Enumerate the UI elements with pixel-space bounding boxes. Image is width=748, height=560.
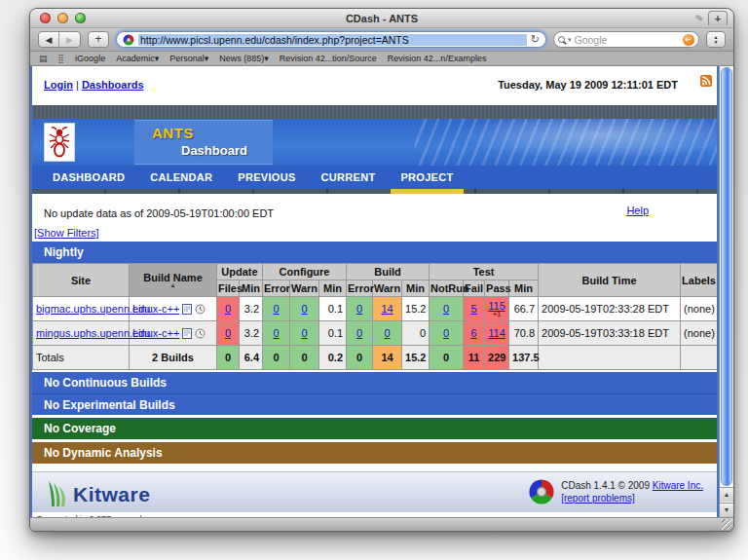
back-button[interactable]: ◀ bbox=[39, 32, 59, 47]
build-error-link[interactable]: 0 bbox=[356, 327, 362, 339]
bookmark-item[interactable]: Revision 42...n/Examples bbox=[388, 54, 487, 63]
kitware-logo[interactable]: Kitware bbox=[48, 479, 150, 506]
build-warn-link[interactable]: 14 bbox=[381, 303, 393, 315]
reload-icon[interactable]: ↻ bbox=[531, 33, 540, 46]
build-note-icon[interactable] bbox=[182, 304, 192, 315]
nightly-builds-table: Site Build Name▲ Update Configure Build … bbox=[32, 263, 718, 370]
col-update-min[interactable]: Min bbox=[240, 280, 263, 297]
tab-dashboard[interactable]: DASHBOARD bbox=[40, 166, 137, 189]
bookmark-item[interactable]: iGoogle bbox=[75, 54, 105, 63]
tab-project[interactable]: PROJECT bbox=[388, 166, 466, 189]
kitware-inc-link[interactable]: Kitware Inc. bbox=[653, 480, 703, 491]
col-test-notrun[interactable]: NotRun bbox=[430, 280, 464, 297]
bookmark-item[interactable]: Revision 42...tion/Source bbox=[280, 54, 377, 63]
col-build-name[interactable]: Build Name▲ bbox=[130, 264, 217, 297]
col-configure-warn[interactable]: Warn bbox=[290, 280, 319, 297]
minimize-window-button[interactable] bbox=[57, 13, 68, 23]
history-buttons: ◀ ▶ bbox=[38, 31, 81, 48]
login-link[interactable]: Login bbox=[44, 79, 73, 91]
update-files-cell: 0 bbox=[217, 297, 240, 321]
build-name-cell: Linux-c++ bbox=[130, 297, 217, 321]
test-fail-link[interactable]: 5 bbox=[470, 303, 476, 315]
col-group-update: Update bbox=[217, 264, 263, 280]
tab-previous[interactable]: PREVIOUS bbox=[225, 166, 308, 189]
scroll-down-button[interactable]: ▼ bbox=[720, 503, 733, 517]
configure-error-cell: 0 bbox=[263, 321, 290, 346]
bookmark-item[interactable]: Personal▾ bbox=[169, 54, 208, 63]
search-options-caret-icon[interactable]: ▾ bbox=[568, 36, 572, 44]
col-build-min[interactable]: Min bbox=[402, 280, 430, 297]
configure-warn-link[interactable]: 0 bbox=[301, 327, 307, 339]
report-problems-link[interactable]: [report problems] bbox=[561, 493, 635, 504]
scrollbar-thumb[interactable] bbox=[721, 67, 732, 486]
url-text[interactable]: http://www.picsl.upenn.edu/cdash/index.p… bbox=[138, 34, 527, 46]
snapback-icon[interactable]: ↩ bbox=[683, 34, 694, 46]
update-files-link[interactable]: 0 bbox=[225, 303, 231, 315]
col-test-pass[interactable]: Pass bbox=[485, 280, 509, 297]
tab-calendar[interactable]: CALENDAR bbox=[137, 166, 225, 189]
col-labels[interactable]: Labels bbox=[681, 264, 718, 297]
test-fail-link[interactable]: 6 bbox=[470, 327, 476, 339]
col-test-fail[interactable]: Fail bbox=[464, 280, 485, 297]
test-pass-link[interactable]: 114 bbox=[488, 327, 505, 339]
no-experimental-builds-bar: No Experimental Builds bbox=[32, 393, 717, 415]
page-header: Login | Dashboards Tuesday, May 19 2009 … bbox=[32, 66, 717, 105]
show-filters-link[interactable]: [Show Filters] bbox=[34, 227, 99, 239]
help-link[interactable]: Help bbox=[626, 205, 649, 216]
rss-icon[interactable] bbox=[700, 75, 712, 87]
page-viewport: Login | Dashboards Tuesday, May 19 2009 … bbox=[30, 66, 719, 517]
col-update-files[interactable]: Files bbox=[217, 280, 240, 297]
update-files-cell: 0 bbox=[217, 321, 240, 346]
bookmark-item[interactable]: Academic▾ bbox=[116, 54, 159, 63]
scroll-up-button[interactable]: ▲ bbox=[720, 487, 733, 502]
vertical-scrollbar[interactable]: ▲ ▼ bbox=[719, 66, 733, 517]
resize-grip[interactable] bbox=[722, 519, 732, 530]
build-min-cell: 0 bbox=[402, 321, 430, 346]
configure-error-link[interactable]: 0 bbox=[273, 303, 279, 315]
configure-error-link[interactable]: 0 bbox=[273, 327, 279, 339]
build-error-link[interactable]: 0 bbox=[356, 303, 362, 315]
col-configure-min[interactable]: Min bbox=[319, 280, 347, 297]
tab-current[interactable]: CURRENT bbox=[309, 166, 389, 189]
address-bar[interactable]: http://www.picsl.upenn.edu/cdash/index.p… bbox=[116, 31, 546, 48]
test-notrun-link[interactable]: 0 bbox=[443, 303, 449, 315]
banner-top-strip bbox=[32, 105, 717, 119]
dashboards-link[interactable]: Dashboards bbox=[82, 79, 144, 91]
search-icon bbox=[558, 36, 565, 43]
col-test-min[interactable]: Min bbox=[509, 280, 539, 297]
col-build-time[interactable]: Build Time bbox=[539, 264, 681, 297]
bookmarks-grid-icon[interactable]: ⣿ bbox=[58, 54, 65, 63]
page-up-down-button[interactable]: ▲▼ bbox=[706, 31, 726, 48]
build-note-icon[interactable] bbox=[182, 328, 192, 339]
test-notrun-link[interactable]: 0 bbox=[443, 327, 449, 339]
new-tab-button[interactable]: + bbox=[708, 11, 728, 25]
page-date: Tuesday, May 19 2009 12:11:01 EDT bbox=[498, 79, 678, 91]
col-group-configure: Configure bbox=[263, 264, 347, 280]
col-build-warn[interactable]: Warn bbox=[373, 280, 402, 297]
build-name-link[interactable]: Linux-c++ bbox=[132, 303, 179, 315]
build-name-cell: Linux-c++ bbox=[130, 321, 217, 346]
build-history-icon[interactable] bbox=[195, 304, 206, 315]
bookmark-item[interactable]: News (885)▾ bbox=[219, 54, 269, 63]
forward-button[interactable]: ▶ bbox=[59, 32, 80, 47]
configure-warn-link[interactable]: 0 bbox=[301, 303, 307, 315]
bookmarks-book-icon[interactable]: ▤ bbox=[39, 54, 48, 63]
totals-build-warn: 14 bbox=[373, 346, 402, 370]
test-pass-cell: 115+1 bbox=[485, 297, 509, 321]
build-min-cell: 15.2 bbox=[402, 297, 430, 321]
nightly-section-header: Nightly bbox=[32, 242, 717, 263]
col-build-error[interactable]: Error bbox=[347, 280, 373, 297]
build-name-link[interactable]: Linux-c++ bbox=[132, 327, 179, 339]
build-history-icon[interactable] bbox=[195, 328, 206, 339]
bookmarks-bar: ▤ ⣿ iGoogle Academic▾ Personal▾ News (88… bbox=[30, 52, 733, 66]
close-window-button[interactable] bbox=[40, 13, 51, 23]
add-bookmark-button[interactable]: + bbox=[88, 31, 109, 48]
col-configure-error[interactable]: Error bbox=[263, 280, 290, 297]
search-placeholder[interactable]: Google bbox=[575, 34, 680, 46]
configure-warn-cell: 0 bbox=[290, 297, 319, 321]
update-files-link[interactable]: 0 bbox=[225, 327, 231, 339]
zoom-window-button[interactable] bbox=[75, 13, 86, 23]
search-field[interactable]: ▾ Google ↩ bbox=[553, 31, 699, 48]
build-warn-link[interactable]: 0 bbox=[384, 327, 390, 339]
col-site[interactable]: Site bbox=[33, 264, 130, 297]
